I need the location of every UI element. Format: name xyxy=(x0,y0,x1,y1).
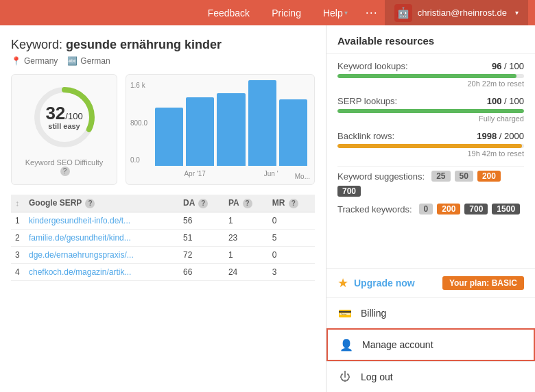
resources-body: Keyword lookups: 96 / 100 20h 22m to res… xyxy=(326,54,535,268)
chart-bar-3 xyxy=(217,93,245,166)
serp-help-icon[interactable]: ? xyxy=(85,199,95,208)
row-mr-1: 0 xyxy=(268,212,315,230)
feedback-nav-item[interactable]: Feedback xyxy=(197,0,261,25)
help-nav-item[interactable]: Help ▾ xyxy=(312,0,359,25)
row-num-1: 1 xyxy=(11,212,25,230)
serp-lookups-label: SERP lookups: xyxy=(337,96,397,106)
resources-header: Available resources xyxy=(326,25,535,54)
chart-y-top: 1.6 k xyxy=(130,82,147,89)
logout-menu-item[interactable]: ⏻ Log out xyxy=(326,361,535,392)
backlink-rows-row: Backlink rows: 1998 / 2000 19h 42m to re… xyxy=(337,131,524,158)
col-da-header: DA ? xyxy=(179,195,224,212)
billing-menu-item[interactable]: 💳 Billing xyxy=(326,297,535,328)
keyword-prefix: Keyword: xyxy=(11,38,66,51)
left-panel: Keyword: gesunde ernährung kinder 📍 Germ… xyxy=(0,25,326,392)
row-url-2[interactable]: familie.de/gesundheit/kind... xyxy=(25,230,179,247)
serp-lookups-row: SERP lookups: 100 / 100 Fully charged xyxy=(337,96,524,123)
keyword-lookups-bar-bg xyxy=(337,74,524,78)
backlink-rows-bar xyxy=(337,144,522,148)
table-row: 3 dge.de/ernaehrungspraxis/... 72 1 0 xyxy=(11,247,315,264)
mr-help-icon[interactable]: ? xyxy=(289,199,298,208)
divider-1 xyxy=(337,166,524,167)
chart-x-jun: Jun ' xyxy=(264,170,278,177)
manage-account-menu-item[interactable]: 👤 Manage account xyxy=(326,328,535,361)
difficulty-footer: Keyword SEO Difficulty ? xyxy=(20,158,108,176)
location-text: Germany xyxy=(24,56,58,66)
row-da-3: 72 xyxy=(179,247,224,264)
kw-sug-badge-200: 200 xyxy=(477,171,501,182)
score-circle: 32/100 still easy xyxy=(30,83,99,151)
main-layout: Keyword: gesunde ernährung kinder 📍 Germ… xyxy=(0,25,535,392)
row-url-3[interactable]: dge.de/ernaehrungspraxis/... xyxy=(25,247,179,264)
row-url-1[interactable]: kindergesundheit-info.de/t... xyxy=(25,212,179,230)
user-email: christian@rheinrost.de xyxy=(418,8,507,18)
help-chevron-icon: ▾ xyxy=(344,9,348,16)
keyword-suggestions-row: Keyword suggestions: 25 50 200 700 xyxy=(337,171,524,197)
row-url-4[interactable]: chefkoch.de/magazin/artik... xyxy=(25,264,179,281)
backlink-rows-label: Backlink rows: xyxy=(337,131,394,141)
chart-bar-2 xyxy=(186,97,214,166)
row-num-3: 3 xyxy=(11,247,25,264)
kw-sug-badge-25: 25 xyxy=(431,171,450,182)
row-pa-4: 24 xyxy=(224,264,268,281)
chart-more-label: Mo... xyxy=(295,173,310,180)
score-max: /100 xyxy=(65,111,82,121)
user-chevron-icon: ▾ xyxy=(515,9,519,16)
tk-badge-700: 700 xyxy=(464,204,488,215)
language-icon: 🔤 xyxy=(67,56,78,66)
keyword-heading: Keyword: gesunde ernährung kinder xyxy=(11,38,315,52)
user-menu[interactable]: 🤖 christian@rheinrost.de ▾ xyxy=(385,0,528,25)
manage-account-icon: 👤 xyxy=(339,337,354,352)
pa-help-icon[interactable]: ? xyxy=(243,199,252,208)
chart-bar-1 xyxy=(155,108,183,166)
chart-bar-5 xyxy=(279,99,307,167)
row-pa-2: 23 xyxy=(224,230,268,247)
upgrade-row: ★ Upgrade now Your plan: BASIC xyxy=(326,268,535,297)
logout-label: Log out xyxy=(361,371,393,382)
keyword-lookups-row: Keyword lookups: 96 / 100 20h 22m to res… xyxy=(337,61,524,88)
chart-x-labels: Apr '17 Jun ' xyxy=(155,169,307,179)
results-table: ↕ Google SERP ? DA ? PA ? MR ? 1 kinderg… xyxy=(11,195,315,281)
tk-badge-0: 0 xyxy=(419,204,433,215)
tracked-keywords-label: Tracked keywords: xyxy=(337,204,412,215)
more-nav-item[interactable]: ··· xyxy=(359,0,385,25)
table-header: ↕ Google SERP ? DA ? PA ? MR ? xyxy=(11,195,315,212)
kw-sug-badge-700: 700 xyxy=(337,186,361,197)
score-text: 32/100 still easy xyxy=(45,104,82,130)
col-serp-header: Google SERP ? xyxy=(25,195,179,212)
location-row: 📍 Germany 🔤 German xyxy=(11,56,315,66)
billing-label: Billing xyxy=(361,308,386,319)
row-pa-3: 1 xyxy=(224,247,268,264)
keyword-lookups-sub: 20h 22m to reset xyxy=(337,79,524,88)
location-item: 📍 Germany xyxy=(11,56,58,66)
table-body: 1 kindergesundheit-info.de/t... 56 1 0 2… xyxy=(11,212,315,281)
serp-lookups-bar-bg xyxy=(337,109,524,113)
right-panel: Available resources Keyword lookups: 96 … xyxy=(326,25,535,392)
row-pa-1: 1 xyxy=(224,212,268,230)
score-label: still easy xyxy=(45,122,82,130)
topnav: Feedback Pricing Help ▾ ··· 🤖 christian@… xyxy=(0,0,535,25)
pricing-nav-item[interactable]: Pricing xyxy=(261,0,312,25)
location-pin-icon: 📍 xyxy=(11,56,21,66)
table-row: 2 familie.de/gesundheit/kind... 51 23 5 xyxy=(11,230,315,247)
chart-bars-area: Apr '17 Jun ' xyxy=(155,80,307,179)
keyword-lookups-value: 96 / 100 xyxy=(492,61,524,71)
cards-row: 32/100 still easy Keyword SEO Difficulty… xyxy=(11,74,315,185)
row-num-2: 2 xyxy=(11,230,25,247)
chart-bar-4 xyxy=(248,80,276,166)
kw-sug-badge-50: 50 xyxy=(455,171,473,182)
col-pa-header: PA ? xyxy=(224,195,268,212)
manage-account-label: Manage account xyxy=(362,339,433,350)
row-mr-3: 0 xyxy=(268,247,315,264)
tracked-keywords-row: Tracked keywords: 0 200 700 1500 xyxy=(337,204,524,215)
logout-icon: ⏻ xyxy=(337,369,353,384)
chart-card: 1.6 k 800.0 0.0 Apr '17 Jun ' xyxy=(126,74,315,185)
da-help-icon[interactable]: ? xyxy=(198,199,208,208)
upgrade-link[interactable]: Upgrade now xyxy=(354,278,437,289)
row-mr-4: 3 xyxy=(268,264,315,281)
difficulty-help-icon[interactable]: ? xyxy=(60,167,70,176)
backlink-rows-bar-bg xyxy=(337,144,524,148)
serp-lookups-bar xyxy=(337,109,524,113)
user-avatar: 🤖 xyxy=(394,4,412,22)
keyword-lookups-bar xyxy=(337,74,516,78)
